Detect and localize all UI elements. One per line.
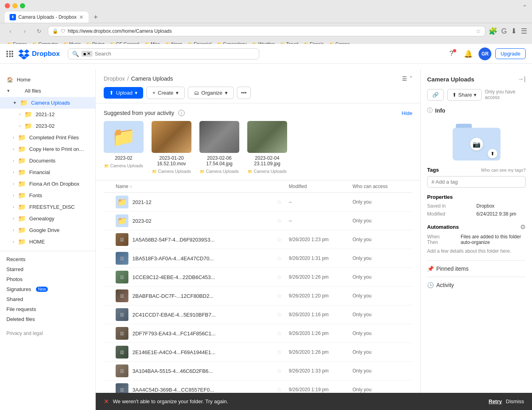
camera-uploads-expand-icon[interactable]: ▼ (13, 101, 17, 105)
toast-error-icon[interactable]: ✕ (104, 398, 109, 405)
folder-expand-icon[interactable]: › (13, 216, 14, 221)
refresh-button[interactable]: ↻ (33, 26, 45, 37)
header-search-box[interactable]: 🔍 ■ ✕ (68, 48, 259, 59)
new-tab-button[interactable]: + (90, 12, 101, 23)
user-avatar[interactable]: GR (479, 48, 491, 60)
sidebar-item-home[interactable]: 🏠 Home (0, 74, 95, 85)
folder-expand-icon[interactable]: › (13, 170, 14, 174)
table-row[interactable]: 🖼 3A104BAA-5515-4...46C6D2FB6... ☆ 9/26/… (104, 362, 412, 380)
dropbox-logo[interactable]: Dropbox (18, 48, 60, 59)
panel-share-button[interactable]: ⬆ Share ▾ (447, 89, 482, 101)
sidebar-item-copy-here[interactable]: › 📁 Copy Here to Print on iM... (0, 143, 95, 155)
sidebar-item-completed-print[interactable]: › 📁 Completed Print Files (0, 132, 95, 143)
more-options-button[interactable]: ••• (237, 87, 251, 99)
folder-description[interactable]: Add a few details about this folder here… (427, 248, 526, 254)
suggested-info-icon[interactable]: i (178, 110, 185, 116)
hide-suggested-button[interactable]: Hide (402, 110, 412, 116)
view-chevron-icon[interactable]: ˅ (410, 75, 412, 82)
suggested-item-jpg1[interactable]: 2023-02-0617.54.04.jpg 📁 Camera Uploads (199, 121, 239, 174)
sidebar-item-freestyle[interactable]: › 📁 FREESTYLE_DISC (0, 201, 95, 213)
upload-button[interactable]: ⬆ Upload ▾ (104, 87, 143, 99)
notifications-button[interactable]: 🔔 (462, 48, 475, 60)
browser-tab-dropbox[interactable]: Camera Uploads - Dropbox ✕ (5, 12, 89, 23)
upgrade-button[interactable]: Upgrade (495, 48, 526, 59)
search-filter-chip[interactable]: ■ ✕ (81, 51, 93, 57)
privacy-legal-link[interactable]: Privacy and legal (0, 324, 95, 343)
folder-expand-icon[interactable]: › (13, 147, 14, 151)
sidebar-item-2023-02[interactable]: › 📁 2023-02 (0, 120, 95, 132)
table-row[interactable]: 🖼 1CCE8C12-4EBE-4...22DB6C453... ☆ 9/26/… (104, 268, 412, 287)
all-files-collapse-icon[interactable]: ▼ (6, 89, 10, 93)
grid-menu-button[interactable] (6, 51, 14, 57)
toast-dismiss-button[interactable]: Dismiss (506, 398, 524, 404)
automations-gear-icon[interactable]: ⚙ (520, 223, 526, 231)
pinned-items-section[interactable]: 📌 Pinned items (427, 260, 526, 277)
star-button[interactable]: ☆ (277, 293, 289, 299)
view-list-icon[interactable]: ☰ (402, 75, 407, 82)
table-row[interactable]: 🖼 2E146E1E-A4C0-4...F69A1944E1... ☆ 9/26… (104, 343, 412, 362)
panel-link-button[interactable]: 🔗 (427, 89, 444, 101)
tab-close-button[interactable]: ✕ (79, 14, 84, 20)
extensions-icon[interactable]: 🧩 (489, 27, 497, 36)
sidebar-item-google-drive[interactable]: › 📁 Google Drive (0, 224, 95, 236)
create-button[interactable]: + Create ▾ (146, 87, 185, 99)
table-row[interactable]: 📁 2023-02 ☆ -- Only you (104, 212, 412, 230)
col-modified-header[interactable]: Modified (289, 184, 353, 189)
star-button[interactable]: ☆ (277, 199, 289, 205)
suggested-item-folder[interactable]: 📁 2023-02 📁 Camera Uploads (104, 121, 144, 174)
table-row[interactable]: 🖼 1BA518F3-AF0A-4...4EA47CD70... ☆ 9/26/… (104, 249, 412, 268)
star-button[interactable]: ☆ (277, 311, 289, 318)
close-window-button[interactable] (5, 3, 10, 8)
folder-expand-icon[interactable]: › (13, 182, 14, 186)
sidebar-item-camera-uploads[interactable]: ▼ 📁 Camera Uploads (0, 97, 95, 109)
organize-button[interactable]: 🗂 Organize ▾ (188, 87, 234, 99)
search-filter-close[interactable]: ✕ (87, 51, 91, 56)
address-bar[interactable]: 🔒 🛡 https://www.dropbox.com/home/Camera … (48, 26, 485, 36)
suggested-item-jpg2[interactable]: 2023-02-0423.11.09.jpg 📁 Camera Uploads (247, 121, 287, 174)
folder-expand-icon[interactable]: › (13, 228, 14, 232)
table-row[interactable]: 🖼 2DF7F793-EA43-4...FC14F856C1... ☆ 9/26… (104, 324, 412, 343)
maximize-window-button[interactable] (20, 3, 25, 8)
subfolder-expand-icon[interactable]: › (19, 124, 20, 128)
star-button[interactable]: ☆ (277, 255, 289, 261)
sidebar-item-home-folder[interactable]: › 📁 HOME (0, 236, 95, 248)
table-row[interactable]: 🖼 1A5A58B2-54F7-4...D6F92039S3... ☆ 9/26… (104, 230, 412, 249)
table-row[interactable]: 📁 2021-12 ☆ -- Only you (104, 193, 412, 212)
folder-expand-icon[interactable]: › (13, 135, 14, 140)
window-collapse-button[interactable]: ⌃ (519, 4, 527, 11)
table-row[interactable]: 🖼 2C41CCD7-EBAE-4...5E910BFB7... ☆ 9/26/… (104, 305, 412, 324)
sidebar-item-fonts[interactable]: › 📁 Fonts (0, 190, 95, 201)
star-button[interactable]: ☆ (277, 349, 289, 355)
sidebar-item-financial[interactable]: › 📁 Financial (0, 166, 95, 178)
sidebar-item-signatures[interactable]: Signatures New (0, 284, 95, 294)
star-button[interactable]: ☆ (277, 236, 289, 243)
download-icon[interactable]: ⬇ (511, 27, 517, 36)
profile-icon[interactable]: G (501, 27, 507, 36)
tag-input[interactable] (427, 176, 526, 188)
folder-expand-icon[interactable]: › (13, 158, 14, 163)
sidebar-item-file-requests[interactable]: File requests (0, 304, 95, 314)
help-button[interactable]: ? (445, 48, 458, 60)
star-button[interactable]: ☆ (277, 218, 289, 224)
star-button[interactable]: ☆ (277, 274, 289, 280)
search-input[interactable] (95, 51, 255, 57)
sidebar-item-genealogy[interactable]: › 📁 Genealogy (0, 213, 95, 224)
panel-close-button[interactable]: →| (518, 75, 526, 83)
sidebar-item-starred[interactable]: Starred (0, 264, 95, 274)
menu-icon[interactable]: ☰ (521, 27, 527, 36)
sidebar-item-shared[interactable]: Shared (0, 294, 95, 304)
toast-retry-button[interactable]: Retry (489, 398, 502, 404)
breadcrumb-root[interactable]: Dropbox (104, 75, 125, 82)
col-name-header[interactable]: Name ↑ (116, 184, 289, 189)
sidebar-item-all-files[interactable]: ▼ All files (0, 85, 95, 96)
sidebar-item-deleted-files[interactable]: Deleted files (0, 314, 95, 324)
folder-expand-icon[interactable]: › (13, 193, 14, 198)
sidebar-item-fiona-art[interactable]: › 📁 Fiona Art On Dropbox (0, 178, 95, 190)
minimize-window-button[interactable] (12, 3, 18, 8)
bookmark-star-icon[interactable]: ☆ (476, 28, 481, 34)
star-button[interactable]: ☆ (277, 368, 289, 374)
folder-expand-icon[interactable]: › (13, 205, 14, 209)
folder-expand-icon[interactable]: › (13, 240, 14, 244)
subfolder-expand-icon[interactable]: › (19, 112, 20, 117)
sidebar-item-2021-12[interactable]: › 📁 2021-12 (0, 109, 95, 120)
